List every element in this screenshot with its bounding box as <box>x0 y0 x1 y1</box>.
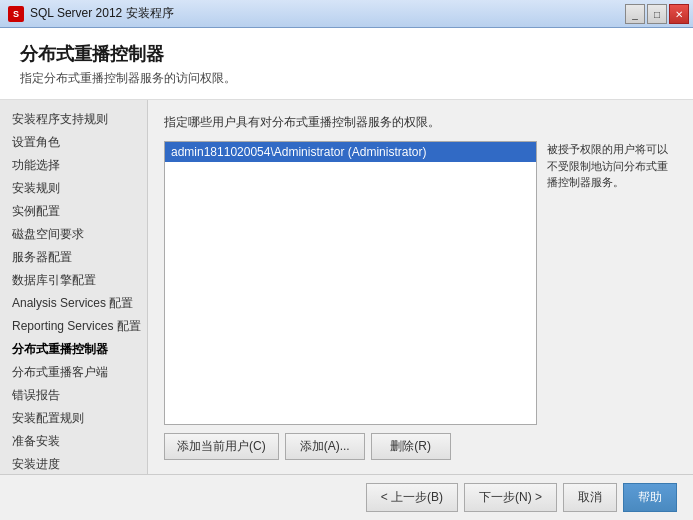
sidebar-item[interactable]: 数据库引擎配置 <box>0 269 147 292</box>
app-icon: S <box>8 6 24 22</box>
window-controls: _ □ ✕ <box>625 4 689 24</box>
sidebar-item[interactable]: Reporting Services 配置 <box>0 315 147 338</box>
remove-button[interactable]: 删除(R) <box>371 433 451 460</box>
next-button[interactable]: 下一步(N) > <box>464 483 557 512</box>
list-item[interactable]: admin1811020054\Administrator (Administr… <box>165 142 536 162</box>
sidebar-item[interactable]: 安装规则 <box>0 177 147 200</box>
sidebar-item[interactable]: 服务器配置 <box>0 246 147 269</box>
sidebar-item[interactable]: 错误报告 <box>0 384 147 407</box>
minimize-button[interactable]: _ <box>625 4 645 24</box>
sidebar-item[interactable]: 分布式重播客户端 <box>0 361 147 384</box>
sidebar-item[interactable]: 磁盘空间要求 <box>0 223 147 246</box>
sidebar-item[interactable]: 安装进度 <box>0 453 147 474</box>
sidebar-item[interactable]: 功能选择 <box>0 154 147 177</box>
close-button[interactable]: ✕ <box>669 4 689 24</box>
title-bar: S SQL Server 2012 安装程序 _ □ ✕ <box>0 0 693 28</box>
add-button[interactable]: 添加(A)... <box>285 433 365 460</box>
back-button[interactable]: < 上一步(B) <box>366 483 458 512</box>
sidebar-item[interactable]: 实例配置 <box>0 200 147 223</box>
sidebar: 安装程序支持规则设置角色功能选择安装规则实例配置磁盘空间要求服务器配置数据库引擎… <box>0 100 148 474</box>
panel-description: 指定哪些用户具有对分布式重播控制器服务的权限。 <box>164 114 677 131</box>
page-title: 分布式重播控制器 <box>20 42 673 66</box>
add-current-user-button[interactable]: 添加当前用户(C) <box>164 433 279 460</box>
footer: < 上一步(B) 下一步(N) > 取消 帮助 <box>0 474 693 520</box>
sidebar-item[interactable]: 设置角色 <box>0 131 147 154</box>
page-header: 分布式重播控制器 指定分布式重播控制器服务的访问权限。 <box>0 28 693 100</box>
content-area: 安装程序支持规则设置角色功能选择安装规则实例配置磁盘空间要求服务器配置数据库引擎… <box>0 100 693 474</box>
buttons-row: 添加当前用户(C) 添加(A)... 删除(R) <box>164 433 677 460</box>
panel-body: admin1811020054\Administrator (Administr… <box>164 141 677 425</box>
sidebar-item[interactable]: 准备安装 <box>0 430 147 453</box>
users-list[interactable]: admin1811020054\Administrator (Administr… <box>164 141 537 425</box>
title-bar-text: SQL Server 2012 安装程序 <box>30 5 174 22</box>
sidebar-item[interactable]: 分布式重播控制器 <box>0 338 147 361</box>
sidebar-item[interactable]: 安装程序支持规则 <box>0 108 147 131</box>
sidebar-item[interactable]: 安装配置规则 <box>0 407 147 430</box>
cancel-button[interactable]: 取消 <box>563 483 617 512</box>
main-panel: 指定哪些用户具有对分布式重播控制器服务的权限。 admin1811020054\… <box>148 100 693 474</box>
info-box: 被授予权限的用户将可以不受限制地访问分布式重播控制器服务。 <box>547 141 677 425</box>
main-window: 分布式重播控制器 指定分布式重播控制器服务的访问权限。 安装程序支持规则设置角色… <box>0 28 693 520</box>
maximize-button[interactable]: □ <box>647 4 667 24</box>
page-subtitle: 指定分布式重播控制器服务的访问权限。 <box>20 70 673 87</box>
help-button[interactable]: 帮助 <box>623 483 677 512</box>
sidebar-item[interactable]: Analysis Services 配置 <box>0 292 147 315</box>
